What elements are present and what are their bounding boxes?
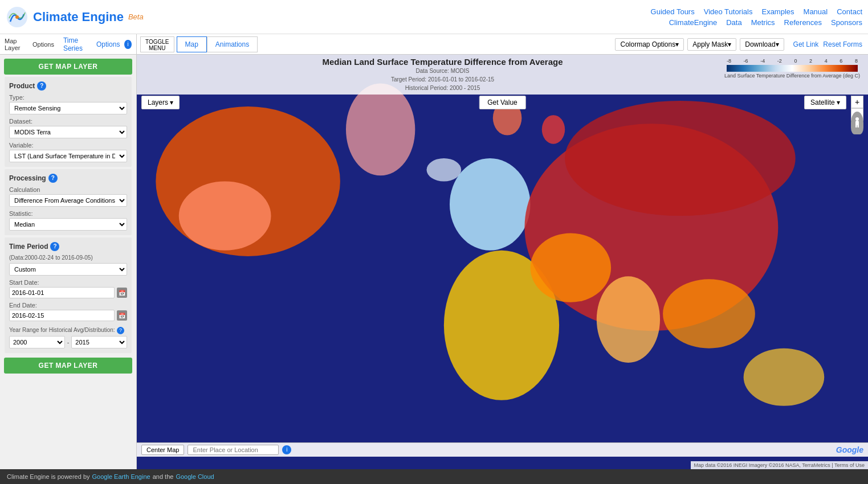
pegman-icon[interactable] — [851, 112, 863, 134]
time-series-tab[interactable]: Time Series — [63, 36, 92, 52]
svg-rect-19 — [855, 124, 857, 128]
map-bottom-bar: Center Map i Google — [137, 442, 868, 457]
type-label: Type: — [9, 94, 127, 101]
svg-point-13 — [744, 348, 825, 406]
footer-google-cloud-link[interactable]: Google Cloud — [176, 473, 214, 480]
start-date-label: Start Date: — [9, 279, 127, 286]
nav-row2: ClimateEngine Data Metrics References Sp… — [669, 18, 862, 27]
type-select[interactable]: Remote Sensing — [9, 102, 127, 114]
period-select[interactable]: Custom — [9, 263, 127, 276]
header: Climate Engine Beta Guided Tours Video T… — [0, 0, 868, 34]
center-map-button[interactable]: Center Map — [141, 445, 184, 455]
nav-metrics[interactable]: Metrics — [751, 18, 775, 27]
nav-top: Guided Tours Video Tutorials Examples Ma… — [651, 7, 862, 27]
time-period-section: Time Period ? (Data:2000-02-24 to 2016-0… — [5, 237, 132, 353]
start-date-wrap: 📅 — [9, 287, 127, 298]
statistic-label: Statistic: — [9, 210, 127, 217]
nav-examples[interactable]: Examples — [761, 7, 794, 16]
zoom-in-button[interactable]: + — [851, 96, 863, 108]
nav-sponsors[interactable]: Sponsors — [831, 18, 862, 27]
start-date-calendar-icon[interactable]: 📅 — [117, 288, 127, 298]
location-info-icon[interactable]: i — [282, 445, 291, 454]
nav-climateengine[interactable]: ClimateEngine — [669, 18, 718, 27]
svg-point-5 — [346, 84, 415, 176]
toolbar: Map Layer Options Time Series Options i … — [0, 34, 868, 55]
nav-video-tutorials[interactable]: Video Tutorials — [704, 7, 753, 16]
dataset-select[interactable]: MODIS Terra — [9, 126, 127, 138]
apply-mask-button[interactable]: Apply Mask▾ — [687, 38, 736, 51]
map-container[interactable]: Median Land Surface Temperature Differen… — [137, 55, 868, 469]
legend-area: -8 -6 -4 -2 0 2 4 6 8 Land Surface Tempe… — [721, 57, 863, 79]
footer: Climate Engine is powered by Google Eart… — [0, 469, 868, 484]
svg-point-12 — [663, 279, 755, 348]
toggle-menu-button[interactable]: TOGGLE MENU — [140, 36, 174, 52]
get-map-layer-button-bottom[interactable]: GET MAP LAYER — [4, 358, 132, 374]
layers-button[interactable]: Layers ▾ — [141, 96, 180, 109]
nav-row1: Guided Tours Video Tutorials Examples Ma… — [651, 7, 862, 16]
year-to-select[interactable]: 2015 — [71, 336, 127, 348]
dataset-label: Dataset: — [9, 118, 127, 125]
legend-unit-label: Land Surface Temperature Difference from… — [724, 73, 860, 79]
google-logo: Google — [836, 445, 863, 454]
legend-scale-numbers: -8 -6 -4 -2 0 2 4 6 8 — [727, 58, 858, 64]
get-link-button[interactable]: Get Link — [793, 40, 819, 48]
nav-manual[interactable]: Manual — [804, 7, 828, 16]
download-button[interactable]: Download▾ — [740, 38, 784, 51]
footer-google-earth-engine-link[interactable]: Google Earth Engine — [92, 473, 150, 480]
get-value-button[interactable]: Get Value — [479, 96, 525, 109]
logo-beta: Beta — [128, 13, 144, 21]
satellite-button[interactable]: Satellite ▾ — [804, 96, 846, 109]
map-data-source: Data Source: MODIS — [164, 67, 721, 75]
product-section: Product ? Type: Remote Sensing Dataset: … — [5, 77, 132, 167]
year-range-info-icon[interactable]: ? — [117, 327, 124, 334]
year-from-select[interactable]: 2000 — [9, 336, 65, 348]
main-content: GET MAP LAYER Product ? Type: Remote Sen… — [0, 55, 868, 469]
product-section-title: Product ? — [9, 81, 127, 91]
end-date-calendar-icon[interactable]: 📅 — [117, 310, 127, 321]
calculation-label: Calculation — [9, 186, 127, 193]
svg-point-10 — [531, 233, 612, 302]
date-range-hint: (Data:2000-02-24 to 2016-09-05) — [9, 255, 127, 261]
product-info-icon[interactable]: ? — [37, 81, 46, 91]
tab-animations-button[interactable]: Animations — [207, 36, 258, 52]
time-series-options-tab[interactable]: Options — [96, 40, 120, 48]
nav-data[interactable]: Data — [726, 18, 741, 27]
processing-info-icon[interactable]: ? — [48, 174, 58, 183]
svg-point-6 — [450, 158, 531, 251]
time-period-info-icon[interactable]: ? — [50, 242, 59, 251]
nav-contact[interactable]: Contact — [837, 7, 862, 16]
year-range-label-wrap: Year Range for Historical Avg/Distributi… — [9, 326, 127, 334]
variable-label: Variable: — [9, 142, 127, 149]
map-title-overlay: Median Land Surface Temperature Differen… — [137, 55, 868, 95]
footer-text: Climate Engine is powered by — [7, 473, 90, 480]
sidebar: GET MAP LAYER Product ? Type: Remote Sen… — [0, 55, 137, 469]
svg-point-14 — [427, 158, 462, 181]
variable-select[interactable]: LST (Land Surface Temperature in Day) — [9, 150, 127, 162]
start-date-input[interactable] — [9, 287, 115, 298]
options-label: Options — [32, 41, 54, 48]
colormap-options-button[interactable]: Colormap Options▾ — [615, 38, 684, 51]
map-layer-label: Map Layer — [5, 38, 28, 51]
statistic-select[interactable]: Median — [9, 218, 127, 231]
end-date-label: End Date: — [9, 302, 127, 309]
map-target-period: Target Period: 2016-01-01 to 2016-02-15 — [164, 75, 721, 84]
logo-text: Climate Engine — [33, 10, 124, 24]
climate-engine-logo-icon — [6, 6, 28, 28]
reset-forms-button[interactable]: Reset Forms — [823, 40, 862, 48]
place-location-input[interactable] — [188, 445, 279, 455]
time-period-section-title: Time Period ? — [9, 242, 127, 251]
year-dash: - — [67, 339, 70, 346]
map-title: Median Land Surface Temperature Differen… — [164, 57, 721, 67]
svg-point-17 — [855, 117, 859, 121]
info-icon-sidebar[interactable]: i — [124, 40, 132, 49]
end-date-input[interactable] — [9, 310, 115, 321]
svg-rect-20 — [858, 124, 859, 128]
svg-point-9 — [565, 101, 795, 216]
tab-map-button[interactable]: Map — [177, 36, 207, 52]
calculation-select[interactable]: Difference From Average Conditions — [9, 194, 127, 207]
map-visual — [137, 55, 868, 469]
map-historical-period: Historical Period: 2000 - 2015 — [164, 84, 721, 92]
nav-guided-tours[interactable]: Guided Tours — [651, 7, 695, 16]
get-map-layer-button-top[interactable]: GET MAP LAYER — [4, 59, 132, 75]
nav-references[interactable]: References — [784, 18, 822, 27]
